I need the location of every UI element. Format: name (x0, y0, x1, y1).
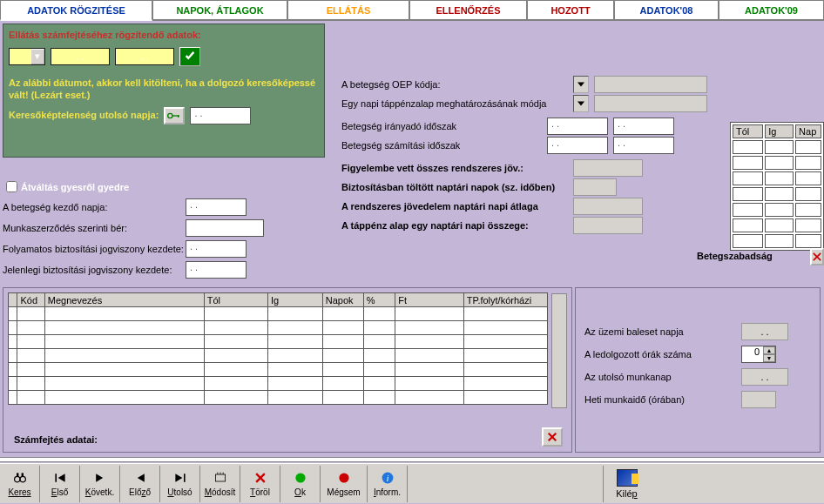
tappenz-alap-val (573, 217, 643, 234)
last-day-input[interactable]: . . (190, 107, 251, 124)
modosit-button[interactable]: Módosít (200, 466, 240, 502)
table-row[interactable] (9, 377, 548, 391)
jelenlegi-input[interactable]: . . (186, 261, 247, 279)
orak-stepper[interactable]: 0 ▲ ▼ (741, 346, 776, 363)
rendszeres-val (573, 198, 643, 215)
uzemi-label: Az üzemi baleset napja (584, 326, 741, 337)
delete-row-button[interactable] (542, 427, 563, 447)
ok-button[interactable]: Ok (280, 466, 321, 502)
tab-adatok-rogzitese[interactable]: ADATOK RÖGZITÉSE (0, 0, 152, 21)
table-row[interactable] (733, 140, 821, 154)
figyelembe-val (573, 159, 643, 177)
prev-icon (133, 471, 147, 485)
vertical-scrollbar[interactable] (551, 293, 567, 408)
table-row[interactable] (9, 391, 548, 405)
col-napok[interactable]: Napok (322, 293, 363, 307)
szamitasi-from[interactable]: . . (547, 137, 608, 154)
panel-title: Ellátás számfejtéséhez rögzítendő adatok… (9, 30, 319, 40)
col-tol[interactable]: Tól (204, 293, 267, 307)
oep-value[interactable] (594, 76, 707, 93)
heti-label: Heti munkaidő (órában) (584, 394, 741, 405)
table-row[interactable] (733, 156, 821, 170)
elso-button[interactable]: Első (40, 466, 80, 502)
table-row[interactable] (9, 321, 548, 335)
megsem-button[interactable]: Mégsem (321, 466, 368, 502)
kilep-button[interactable]: Kilép (603, 466, 650, 502)
munka-ber-input[interactable] (186, 219, 264, 237)
col-ig[interactable]: Ig (267, 293, 322, 307)
utolso-input[interactable]: . . (741, 368, 788, 386)
orak-label: A ledolgozott órák száma (584, 349, 741, 360)
szamitasi-to[interactable]: . . (613, 137, 674, 154)
col-kod[interactable]: Kód (17, 293, 44, 307)
heti-input[interactable] (741, 391, 776, 408)
keres-button[interactable]: Keres (0, 466, 40, 502)
tab-adatok08[interactable]: ADATOK'08 (614, 0, 719, 21)
table-row[interactable] (733, 218, 821, 232)
tab-napok-atlagok[interactable]: NAPOK, ÁTLAGOK (152, 0, 287, 21)
col-tp[interactable]: TP.folyt/kórházi (463, 293, 547, 307)
stepper-up-icon[interactable]: ▲ (763, 346, 775, 354)
yellow-date2[interactable]: . . (115, 48, 174, 65)
stepper-down-icon[interactable]: ▼ (763, 354, 775, 362)
tab-ellenorzes[interactable]: ELLENŐRZÉS (409, 0, 527, 21)
col-ig: Ig (765, 124, 794, 138)
elozo-button[interactable]: Előző (120, 466, 160, 502)
col-nap: Nap (795, 124, 821, 138)
svg-point-16 (295, 473, 305, 482)
row-marker-header (9, 293, 17, 307)
table-row[interactable] (9, 363, 548, 377)
ok-icon (294, 471, 307, 485)
tapalap-value[interactable] (594, 95, 707, 112)
jelenlegi-label: Jelenlegi biztosítási jogviszony kezdete… (3, 265, 186, 275)
inform-button[interactable]: i Inform. (368, 466, 408, 502)
table-row[interactable] (9, 335, 548, 349)
folyamatos-input[interactable]: . . (186, 240, 247, 258)
table-row[interactable] (733, 187, 821, 201)
key-button[interactable] (164, 107, 185, 124)
tab-ellatas[interactable]: ELLÁTÁS (287, 0, 409, 21)
iranyado-to[interactable]: . . (613, 118, 674, 135)
tab-adatok09[interactable]: ADATOK'09 (719, 0, 824, 21)
close-icon (813, 252, 821, 261)
svg-rect-10 (21, 473, 23, 476)
svg-point-8 (20, 476, 25, 481)
yellow-date1[interactable]: . . (51, 48, 110, 65)
tab-hozott[interactable]: HOZOTT (527, 0, 614, 21)
table-row[interactable] (733, 203, 821, 217)
table-row[interactable] (9, 349, 548, 363)
confirm-button[interactable] (179, 47, 200, 66)
uzemi-input[interactable]: . . (741, 323, 788, 340)
results-grid-panel: Kód Megnevezés Tól Ig Napok % Ft TP.foly… (3, 287, 572, 453)
col-percent[interactable]: % (363, 293, 395, 307)
col-megnevezes[interactable]: Megnevezés (44, 293, 204, 307)
elso-tx: lső (57, 487, 68, 497)
iranyado-from[interactable]: . . (547, 118, 608, 135)
ellatas-combo[interactable]: ▾ (9, 48, 45, 65)
atvaltas-checkbox[interactable] (6, 181, 17, 192)
torol-button[interactable]: Töröl (240, 466, 280, 502)
toolbar: Keres Első Követk. Előző Utolsó Módosít … (0, 463, 824, 503)
figyelembe-label: Figyelembe vett összes rendszeres jöv.: (341, 163, 568, 173)
utolso-button[interactable]: Utolsó (160, 466, 200, 502)
kovetk-button[interactable]: Követk. (80, 466, 120, 502)
table-row[interactable] (9, 307, 548, 321)
szamitasi-label: Betegség számítási időszak (341, 140, 542, 151)
chevron-down-icon[interactable]: ▾ (30, 49, 44, 64)
rendszeres-label: A rendszeres jövedelem naptári napi átla… (341, 201, 568, 212)
tapalap-combo[interactable] (573, 95, 589, 112)
key-icon (167, 111, 181, 120)
svg-rect-9 (17, 473, 18, 476)
col-ft[interactable]: Ft (395, 293, 463, 307)
utolso-label: Az utolsó munkanap (584, 372, 741, 382)
edit-icon (213, 471, 227, 485)
close-case-note: Az alábbi dátumot, akkor kell kitölteni,… (9, 77, 319, 102)
iranyado-label: Betegség irányadó időszak (341, 121, 542, 131)
tab-bar: ADATOK RÖGZITÉSE NAPOK, ÁTLAGOK ELLÁTÁS … (0, 0, 824, 21)
table-row[interactable] (733, 234, 821, 248)
table-row[interactable] (733, 171, 821, 185)
oep-combo[interactable] (573, 76, 589, 93)
results-grid: Kód Megnevezés Tól Ig Napok % Ft TP.foly… (8, 292, 548, 405)
delete-betegszabadsag-button[interactable] (810, 248, 824, 265)
beteg-kezdo-input[interactable]: . . (186, 198, 247, 216)
